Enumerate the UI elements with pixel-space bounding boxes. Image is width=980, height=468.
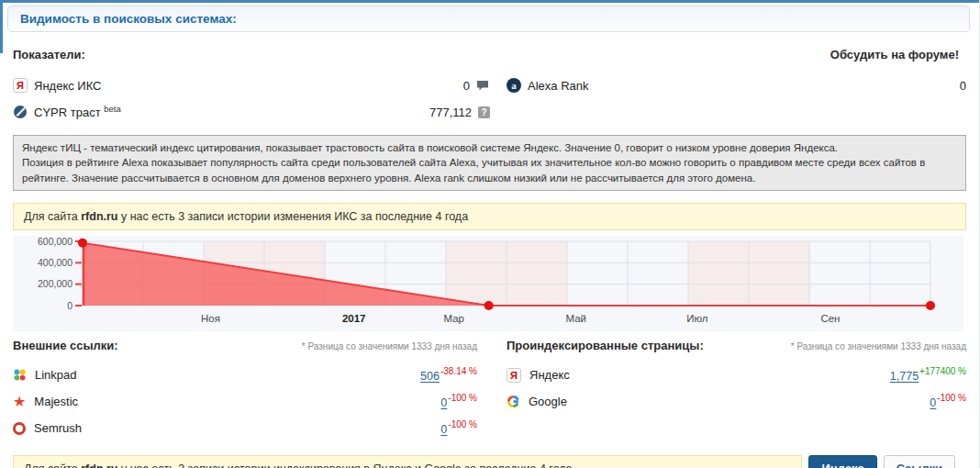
external-links-column: Внешние ссылки: * Разница со значениями … [13, 339, 490, 446]
index-value-block: 0-100 % [930, 394, 966, 409]
panel-header: Видимость в поисковых системах: [7, 6, 970, 32]
delta-percent: -100 % [448, 393, 477, 403]
metric-label: Яндекс ИКС [34, 79, 102, 93]
metric-label: CYPR траст beta [34, 104, 121, 119]
metrics-info-box: Яндекс тИЦ - тематический индекс цитиров… [13, 135, 966, 191]
svg-text:Сен: Сен [820, 313, 840, 324]
metric-row-empty [507, 102, 966, 122]
iks-history-notice: Для сайта rfdn.ru у нас есть 3 записи ис… [13, 203, 966, 230]
delta-percent: -100 % [448, 419, 477, 429]
metrics-grid: Я Яндекс ИКС 0 a Alexa Rank 0 [13, 75, 966, 122]
metric-row-alexa: a Alexa Rank 0 [507, 75, 966, 95]
google-icon [507, 395, 520, 408]
index-value-block: 1,775+177400 % [890, 367, 966, 383]
index-history-notice: Для сайта rfdn.ru у нас есть 3 записи ис… [13, 455, 802, 468]
link-row-linkpad: Linkpad 506-38.14 % [13, 366, 477, 384]
index-source-label: Яндекс [529, 368, 570, 382]
delta-percent: +177400 % [919, 366, 966, 376]
majestic-icon: ★ [13, 395, 26, 409]
info-line: Позиция в рейтинге Alexa показывает попу… [22, 155, 957, 185]
chart-canvas: 600,000400,000200,0000Ноя2017МарМайИюлСе… [13, 236, 963, 331]
info-line: Яндекс тИЦ - тематический индекс цитиров… [22, 140, 957, 155]
link-source-label: Semrush [34, 421, 82, 435]
yandex-pages-link[interactable]: 1,775 [890, 371, 919, 384]
external-links-title: Внешние ссылки: [13, 339, 118, 352]
svg-text:400,000: 400,000 [38, 257, 72, 268]
link-value-block: 506-38.14 % [420, 367, 477, 383]
left-accent-line [0, 0, 3, 53]
svg-text:Мар: Мар [443, 313, 464, 324]
metrics-title: Показатели: [13, 48, 85, 61]
indexed-pages-head: Проиндексированные страницы: * Разница с… [507, 339, 966, 352]
link-source-label: Linkpad [35, 368, 77, 382]
alexa-icon: a [507, 78, 521, 93]
svg-text:200,000: 200,000 [38, 278, 72, 289]
iks-history-chart: 600,000400,000200,0000Ноя2017МарМайИюлСе… [13, 236, 966, 331]
metric-row-yandex-iks: Я Яндекс ИКС 0 [13, 75, 490, 95]
links-section: Внешние ссылки: * Разница со значениями … [13, 339, 966, 446]
index-tab-button[interactable]: Индекс [808, 455, 876, 468]
diff-note: * Разница со значениями 1333 дня назад [791, 341, 966, 351]
indexed-pages-column: Проиндексированные страницы: * Разница с… [507, 339, 966, 446]
semrush-count-link[interactable]: 0 [440, 424, 447, 437]
beta-badge: beta [104, 104, 121, 114]
delta-percent: -100 % [937, 393, 966, 403]
index-row-google: Google 0-100 % [507, 393, 966, 411]
external-links-rows: Linkpad 506-38.14 % ★ Majestic 0-100 % S… [13, 366, 477, 438]
top-accent-line [0, 0, 979, 3]
svg-text:0: 0 [67, 299, 72, 310]
link-source-label: Majestic [34, 395, 78, 408]
page-title: Видимость в поисковых системах: [20, 12, 237, 26]
diff-note: * Разница со значениями 1333 дня назад [302, 341, 477, 351]
link-value-block: 0-100 % [440, 420, 477, 436]
svg-text:Ноя: Ноя [201, 313, 220, 324]
link-row-semrush: Semrush 0-100 % [13, 419, 477, 438]
external-links-head: Внешние ссылки: * Разница со значениями … [13, 339, 477, 352]
svg-text:600,000: 600,000 [38, 236, 72, 247]
link-value-block: 0-100 % [440, 394, 477, 409]
seo-visibility-panel: Видимость в поисковых системах: Показате… [0, 0, 980, 468]
linkpad-count-link[interactable]: 506 [420, 371, 440, 384]
discuss-forum-link[interactable]: Обсудить на форуме! [830, 48, 966, 61]
index-row-yandex: Я Яндекс 1,775+177400 % [507, 366, 966, 384]
index-source-label: Google [529, 395, 567, 408]
yandex-icon: Я [13, 78, 28, 93]
majestic-count-link[interactable]: 0 [440, 397, 447, 410]
delta-percent: -38.14 % [440, 366, 477, 376]
metric-value: 0 [463, 79, 470, 93]
indexed-pages-rows: Я Яндекс 1,775+177400 % [507, 366, 966, 411]
comment-icon[interactable] [476, 80, 490, 92]
google-pages-link[interactable]: 0 [930, 397, 936, 410]
metric-row-cypr-trust: CYPR траст beta 777,112 ? [13, 102, 490, 122]
semrush-icon [13, 422, 26, 435]
links-tab-button[interactable]: Ссылки [884, 455, 955, 468]
yandex-icon: Я [507, 368, 521, 383]
link-row-majestic: ★ Majestic 0-100 % [13, 393, 477, 411]
panel-content: Показатели: Обсудить на форуме! Я Яндекс… [0, 48, 979, 468]
site-domain: rfdn.ru [81, 462, 117, 468]
help-icon[interactable]: ? [478, 106, 490, 118]
bottom-row: Для сайта rfdn.ru у нас есть 3 записи ис… [13, 455, 966, 468]
site-domain: rfdn.ru [81, 210, 117, 223]
metrics-section-head: Показатели: Обсудить на форуме! [13, 48, 966, 61]
svg-text:Май: Май [566, 313, 587, 324]
metric-label: Alexa Rank [528, 79, 588, 93]
metric-value: 777,112 [429, 106, 472, 119]
svg-text:Июл: Июл [686, 313, 707, 324]
metric-value: 0 [960, 79, 966, 93]
svg-text:2017: 2017 [342, 313, 366, 324]
linkpad-icon [13, 368, 27, 382]
indexed-pages-title: Проиндексированные страницы: [507, 339, 704, 352]
cypr-icon [13, 105, 28, 119]
